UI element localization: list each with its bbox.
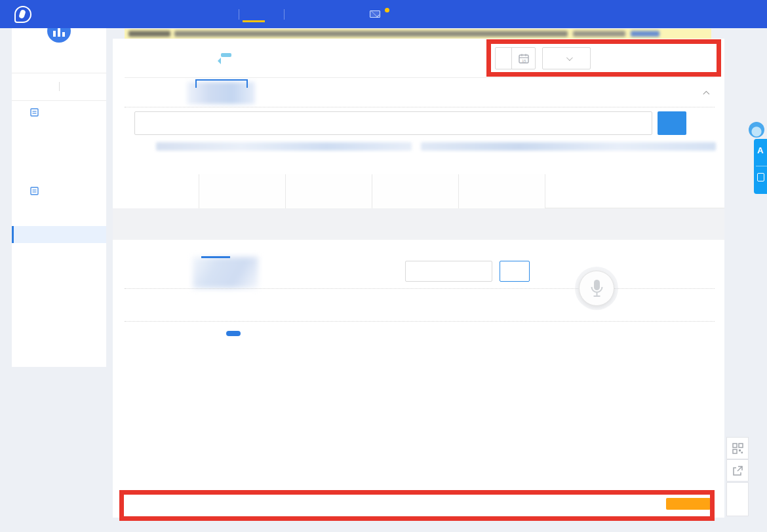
compare-search-button[interactable] <box>500 261 530 282</box>
message-badge-dot <box>385 8 389 12</box>
sidebar-item-keyword-query-active[interactable] <box>12 226 106 243</box>
sycm-logo-icon[interactable] <box>14 6 31 23</box>
redacted-banner-text <box>174 31 568 37</box>
compare-keyword-input[interactable] <box>405 261 492 282</box>
version-switcher <box>12 82 106 91</box>
current-keyword-selected-frame <box>195 79 248 88</box>
series-color-marker[interactable] <box>226 331 241 336</box>
divider <box>125 77 715 78</box>
dotted-divider <box>125 107 715 107</box>
feedback-button[interactable] <box>726 482 749 516</box>
top-nav <box>0 0 767 28</box>
share-button[interactable] <box>726 459 749 482</box>
nav-separator <box>239 9 239 20</box>
qr-code-button[interactable] <box>726 437 749 459</box>
voice-assistant-button[interactable] <box>579 271 614 306</box>
trend-line-chart[interactable] <box>113 354 724 501</box>
keyword-search-button[interactable] <box>658 111 686 135</box>
tab-modifier-words[interactable] <box>372 174 459 208</box>
divider <box>59 82 60 91</box>
section-band <box>113 208 724 240</box>
redacted-banner-prefix <box>128 31 170 37</box>
divider <box>756 166 767 166</box>
tab-keyword-detail-active[interactable] <box>113 174 199 208</box>
messages-entry[interactable] <box>370 10 384 18</box>
last-date-highlight <box>666 498 711 510</box>
x-axis-labels <box>113 499 724 510</box>
dotted-divider <box>125 321 715 322</box>
assistant-mascot-avatar[interactable] <box>749 122 764 138</box>
share-export-icon <box>732 465 743 476</box>
date-controls: 15 <box>495 47 591 69</box>
document-icon <box>30 187 39 195</box>
chevron-up-icon <box>703 91 709 98</box>
redacted-recommend-words[interactable] <box>421 142 716 151</box>
document-icon <box>30 108 39 117</box>
assistant-dock[interactable]: A <box>754 139 767 194</box>
remaining-metrics-hint <box>663 300 665 310</box>
calendar-icon[interactable]: 15 <box>511 47 535 69</box>
envelope-icon <box>370 10 380 18</box>
date-range-picker[interactable]: 15 <box>495 47 536 69</box>
sidebar <box>12 28 106 367</box>
notice-banner[interactable] <box>125 29 711 39</box>
terminal-dropdown[interactable] <box>542 47 591 69</box>
svg-text:15: 15 <box>522 59 526 63</box>
tab-brand-words[interactable] <box>286 174 372 208</box>
sidebar-group-keyword-analysis <box>30 187 43 195</box>
divider <box>12 73 106 73</box>
tab-related-keywords[interactable] <box>199 174 286 208</box>
detail-tabs <box>113 174 724 208</box>
tab-hot-words[interactable] <box>459 174 545 208</box>
dotted-divider <box>125 288 715 289</box>
trend-current-keyword-underline <box>201 256 230 258</box>
main-panel: 15 <box>113 39 724 518</box>
nav-separator <box>284 9 285 20</box>
divider <box>12 100 106 101</box>
sidebar-group-industry-insight <box>30 108 43 117</box>
assistant-dock-glyph: A <box>757 145 763 155</box>
qr-code-icon <box>732 443 743 454</box>
chevron-down-icon <box>566 54 572 61</box>
cumulative-badge <box>221 53 231 57</box>
redacted-trend-current-keyword <box>193 257 258 288</box>
redacted-recommend-words[interactable] <box>156 142 412 151</box>
collapse-toggle[interactable] <box>702 87 710 97</box>
redacted-banner-text <box>573 31 625 37</box>
keyword-search-input[interactable] <box>134 111 652 135</box>
sycm-market-page: 15 <box>0 0 767 532</box>
redacted-banner-link[interactable] <box>631 31 659 37</box>
assistant-dock-panel-icon <box>757 173 764 181</box>
microphone-icon <box>590 279 604 299</box>
